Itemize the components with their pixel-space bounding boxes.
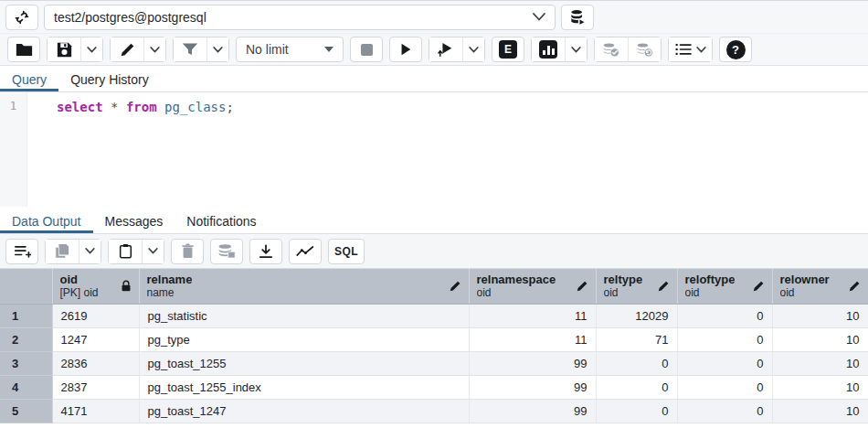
rollback-button[interactable] xyxy=(628,37,661,61)
select-all-corner[interactable] xyxy=(0,269,52,304)
cell-relnamespace[interactable]: 11 xyxy=(469,327,596,351)
cell-reltype[interactable]: 0 xyxy=(596,399,677,423)
filter-options-chevron[interactable] xyxy=(206,37,228,61)
paste-group xyxy=(108,239,164,264)
add-row-button[interactable] xyxy=(5,239,38,264)
row-number[interactable]: 1 xyxy=(0,304,52,327)
tab-query-history[interactable]: Query History xyxy=(58,68,161,91)
row-limit-value: No limit xyxy=(246,42,289,57)
edit-button[interactable] xyxy=(111,37,143,61)
pencil-icon xyxy=(577,280,588,292)
cell-relname[interactable]: pg_toast_1255 xyxy=(139,351,469,375)
column-header-reltype[interactable]: reltype oid xyxy=(596,269,677,304)
cell-reloftype[interactable]: 0 xyxy=(677,399,772,423)
column-header-relowner[interactable]: relowner oid xyxy=(772,269,868,304)
cell-relnamespace[interactable]: 99 xyxy=(469,375,596,399)
cell-reltype[interactable]: 71 xyxy=(596,327,677,351)
row-number[interactable]: 2 xyxy=(0,327,52,351)
sql-icon: SQL xyxy=(334,245,358,258)
table-row: 4 2837 pg_toast_1255_index 99 0 0 10 xyxy=(0,375,868,399)
paste-button[interactable] xyxy=(109,240,142,263)
pencil-icon xyxy=(120,42,135,58)
copy-icon xyxy=(55,243,69,259)
row-number[interactable]: 4 xyxy=(0,375,52,399)
play-icon xyxy=(398,42,413,57)
explain-button[interactable]: E xyxy=(492,37,524,62)
row-number[interactable]: 5 xyxy=(0,399,52,423)
cell-relnamespace[interactable]: 11 xyxy=(469,304,596,327)
cell-relowner[interactable]: 10 xyxy=(772,304,868,327)
show-sql-button[interactable]: SQL xyxy=(328,239,365,264)
tab-query[interactable]: Query xyxy=(0,68,58,91)
cell-relowner[interactable]: 10 xyxy=(772,375,868,399)
add-row-icon xyxy=(14,244,31,259)
delete-row-button[interactable] xyxy=(171,239,204,264)
results-grid: oid [PK] oid relname name xyxy=(0,269,868,423)
cell-relnamespace[interactable]: 99 xyxy=(469,399,596,423)
cell-relname[interactable]: pg_statistic xyxy=(139,304,469,327)
cell-relnamespace[interactable]: 99 xyxy=(469,351,596,375)
tab-notifications[interactable]: Notifications xyxy=(175,209,268,233)
filter-button[interactable] xyxy=(174,37,206,61)
save-file-button[interactable] xyxy=(48,37,80,61)
cell-oid[interactable]: 2619 xyxy=(52,304,139,327)
paste-options-chevron[interactable] xyxy=(142,240,164,263)
editor-gutter: 1 xyxy=(0,92,27,207)
tab-messages[interactable]: Messages xyxy=(93,209,175,233)
cell-relowner[interactable]: 10 xyxy=(772,399,868,423)
cell-reltype[interactable]: 0 xyxy=(596,375,677,399)
column-header-oid[interactable]: oid [PK] oid xyxy=(52,269,139,304)
explain-options-chevron[interactable] xyxy=(565,37,587,61)
help-button[interactable]: ? xyxy=(719,37,752,62)
macros-button[interactable] xyxy=(669,37,712,61)
sql-keyword: select xyxy=(57,100,103,114)
row-number[interactable]: 3 xyxy=(0,351,52,375)
row-limit-select[interactable]: No limit xyxy=(236,37,344,62)
column-header-relnamespace[interactable]: relnamespace oid xyxy=(469,269,596,304)
column-header-reloftype[interactable]: reloftype oid xyxy=(677,269,772,304)
cell-relname[interactable]: pg_toast_1255_index xyxy=(139,375,469,399)
cell-reloftype[interactable]: 0 xyxy=(677,327,772,351)
new-connection-button[interactable] xyxy=(561,5,594,30)
save-data-changes-button[interactable] xyxy=(210,239,243,264)
cell-oid[interactable]: 1247 xyxy=(52,327,139,351)
tab-data-output[interactable]: Data Output xyxy=(0,209,93,233)
execute-button[interactable] xyxy=(389,37,422,62)
connection-status-button[interactable] xyxy=(5,5,38,30)
connection-selector[interactable]: test2/postgres@postgresql xyxy=(44,5,556,30)
query-toolbar: No limit E xyxy=(0,34,868,66)
open-file-button[interactable] xyxy=(7,37,40,62)
cell-relname[interactable]: pg_type xyxy=(139,327,469,351)
sql-code-area[interactable]: select * from pg_class; xyxy=(27,92,868,207)
cell-oid[interactable]: 2836 xyxy=(52,351,139,375)
output-tab-bar: Data Output Messages Notifications xyxy=(0,207,868,234)
connection-value: test2/postgres@postgresql xyxy=(54,10,525,25)
save-options-chevron[interactable] xyxy=(80,37,102,61)
visualize-data-button[interactable] xyxy=(289,239,322,264)
cell-reloftype[interactable]: 0 xyxy=(677,304,772,327)
table-row: 2 1247 pg_type 11 71 0 10 xyxy=(0,327,868,351)
cell-reloftype[interactable]: 0 xyxy=(677,351,772,375)
column-header-relname[interactable]: relname name xyxy=(139,269,469,304)
macros-group xyxy=(668,37,713,62)
cell-reloftype[interactable]: 0 xyxy=(677,375,772,399)
cell-reltype[interactable]: 12029 xyxy=(596,304,677,327)
execute-current-button[interactable] xyxy=(429,37,462,61)
explain-analyze-button[interactable] xyxy=(532,37,565,61)
execute-options-chevron[interactable] xyxy=(462,37,484,61)
cell-oid[interactable]: 2837 xyxy=(52,375,139,399)
explain-analyze-icon xyxy=(539,40,557,59)
cell-relname[interactable]: pg_toast_1247 xyxy=(139,399,469,423)
edit-options-chevron[interactable] xyxy=(143,37,165,61)
cell-oid[interactable]: 4171 xyxy=(52,399,139,423)
copy-button[interactable] xyxy=(46,240,79,263)
cell-relowner[interactable]: 10 xyxy=(772,327,868,351)
sql-editor[interactable]: 1 select * from pg_class; xyxy=(0,92,868,207)
copy-options-chevron[interactable] xyxy=(79,240,101,263)
help-icon: ? xyxy=(726,40,746,59)
commit-button[interactable] xyxy=(595,37,628,61)
cell-relowner[interactable]: 10 xyxy=(772,351,868,375)
download-results-button[interactable] xyxy=(249,239,282,264)
cell-reltype[interactable]: 0 xyxy=(596,351,677,375)
stop-button[interactable] xyxy=(350,37,383,62)
